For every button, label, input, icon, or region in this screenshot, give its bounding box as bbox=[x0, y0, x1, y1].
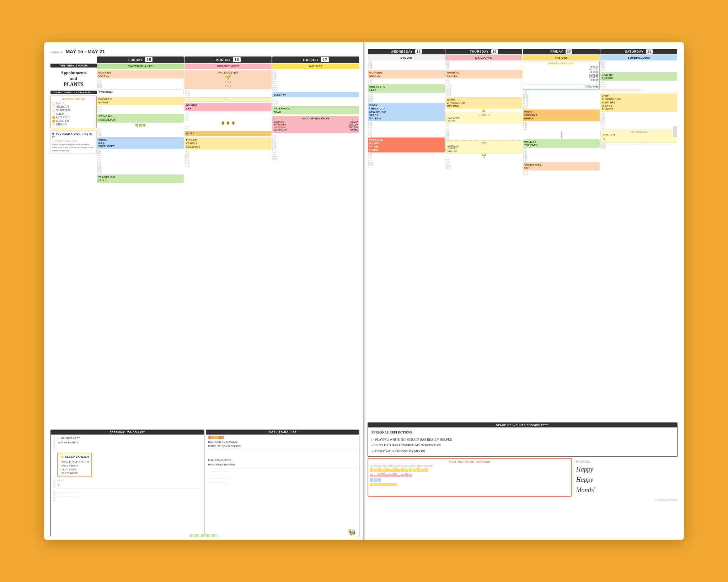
mt-cell bbox=[405, 469, 408, 472]
ws-item-3: $ 15.00 bbox=[524, 71, 598, 73]
fri-order: ORDER TAKEOUT bbox=[523, 162, 600, 171]
mt-cell-pink bbox=[374, 475, 377, 477]
mt-grid bbox=[370, 468, 570, 486]
mood-circle bbox=[52, 123, 55, 126]
mood-calm: CALM bbox=[52, 112, 95, 115]
bee-deco: 🐝 bbox=[348, 528, 356, 536]
days-content-left: THIS WEEK'S FOCUS AppointmentsandPLANTS … bbox=[50, 64, 359, 428]
bottom-right-section: SPACE OF INFINITE POSSIBILITY™ PERSONAL … bbox=[368, 422, 678, 536]
monday-time4: 7:007:308:008:309:009:3010:0010:30 bbox=[184, 151, 271, 168]
mt-cell bbox=[413, 469, 416, 472]
todo-dentist: DENTIST APPT. bbox=[57, 436, 80, 440]
mt-cell-blue bbox=[378, 478, 381, 482]
focus-content: AppointmentsandPLANTS bbox=[50, 69, 97, 89]
mood-tracker-section: MONTHLY MOOD TRACKER 1234567891011121314… bbox=[368, 458, 678, 497]
ws-total: TOTAL $622 bbox=[524, 85, 598, 88]
tuesday-sleepin: SLEEP IN bbox=[272, 92, 359, 97]
personal-todo-box: PERSONAL TO-DO LIST TOP PRIORITY DENTIST… bbox=[50, 430, 204, 536]
orange-squares bbox=[208, 436, 357, 439]
thu-time2: 9:009:3010:0010:3011:0011:3012:0012:30 bbox=[445, 79, 522, 96]
right-days-content: STUDIO 6:006:307:007:30 MORNINGCOFFEE 9:… bbox=[368, 55, 678, 421]
work-todo-respond: RESPOND TO E-MAILS bbox=[208, 440, 357, 444]
star-deco: ★ bbox=[57, 483, 92, 488]
thu-note-nail: ⭐ NOTE ⭐ NAIL APPT@ 2PM bbox=[445, 113, 522, 123]
work-todo-corr: CORR. W/ COMMISSIONS bbox=[208, 444, 357, 448]
tuesday-top-event: DAY OFF bbox=[272, 64, 359, 69]
sat-snacks: PICK-UPSNACKS bbox=[600, 72, 677, 81]
tuesday-col: DAY OFF 6:006:307:007:308:008:309:009:30… bbox=[272, 64, 359, 428]
overall-label: OVERALL: bbox=[576, 459, 676, 464]
wed-time5: 8:008:309:009:3010:0010:30 bbox=[368, 153, 445, 166]
sunday-header: SUNDAY 15 bbox=[97, 56, 184, 63]
balance-savings: SAVINGS $5,000 bbox=[274, 120, 358, 123]
sunday-personal: PERSONAL bbox=[97, 89, 184, 95]
balance-title: ACCOUNT BALANCES bbox=[274, 117, 358, 120]
overall-text: HappyHappyMonth! bbox=[576, 464, 676, 495]
mt-cell bbox=[401, 468, 405, 472]
thu-note-garden: NOTE SWING BYGARDENCENTER bbox=[445, 140, 522, 153]
fri-pipe: | bbox=[523, 130, 600, 139]
mt-cell-pink bbox=[378, 473, 381, 477]
ws-item-6: $ 35.00 bbox=[524, 79, 598, 81]
errands-label: ERRANDS bbox=[53, 489, 56, 501]
mt-cell bbox=[385, 468, 389, 472]
washi-tape bbox=[189, 534, 218, 537]
planner-spread: WEEK 20 MAY 15 - MAY 21 SUNDAY 15 MONDAY… bbox=[44, 42, 684, 540]
mood-circle-filled bbox=[52, 120, 55, 123]
sat-note-tracker: NOTE TRACKER 10:50 ○ 7:00 ○ bbox=[600, 130, 677, 143]
mt-cell bbox=[424, 468, 428, 472]
work-todo-mail: MAIL ENVELOPES bbox=[208, 458, 357, 462]
wed-run: RUN AT THELAKE bbox=[368, 84, 445, 93]
reflections-title: PERSONAL REFLECTIONS: bbox=[371, 431, 413, 434]
account-balances-card: ACCOUNT BALANCES SAVINGS $5,000 EXPENSES… bbox=[272, 116, 359, 133]
friday-header: FRIDAY 20 bbox=[523, 49, 600, 54]
monday-work: WORK bbox=[184, 131, 271, 136]
tuesday-time2: 11:3012:0012:30 bbox=[272, 98, 359, 105]
thursday-nail: NAIL APPT. bbox=[445, 55, 522, 60]
wed-work: WORKCHECK OUTNEW STUDIOSPACEW/ TEAM bbox=[368, 103, 445, 121]
thu-morning-coffee: MORNINGCOFFEE bbox=[445, 70, 522, 79]
mood-proud: PROUD bbox=[52, 123, 95, 126]
mt-row-3 bbox=[370, 478, 570, 482]
wed-time1: 6:006:307:007:30 bbox=[368, 61, 445, 69]
balance-investing: INVESTING $35,250 bbox=[274, 126, 358, 129]
reflections-content: PERSONAL REFLECTIONS: ( - PLAYING WHITE … bbox=[368, 427, 677, 456]
tuesday-header: TUESDAY 17 bbox=[272, 56, 359, 63]
space-header: SPACE OF INFINITE POSSIBILITY™ bbox=[368, 423, 677, 427]
weekly-mood-box: WEEKLY MOOD CHILL ANXIOUS WORRIED CALM H… bbox=[50, 96, 97, 128]
mt-cell-pink bbox=[397, 475, 401, 477]
friday-payday: PAY DAY bbox=[523, 55, 600, 60]
thursday-header: THURSDAY 19 bbox=[445, 49, 522, 54]
fri-walk: WALK ATTHE PARK bbox=[523, 139, 600, 148]
mt-cell-blue bbox=[370, 478, 373, 482]
mt-cell bbox=[370, 468, 373, 472]
mt-cell-pink bbox=[370, 474, 373, 477]
priority-label: PRIORITY bbox=[53, 451, 56, 488]
monday-plant-deco: 🌻 🌻 🌻 bbox=[184, 121, 271, 125]
quote-box: IF YOU NEED A SIGN, THIS IS IT. — PASSIO… bbox=[50, 130, 97, 154]
sq5 bbox=[221, 436, 224, 439]
monday-time1: 11:0011:3012:00 bbox=[184, 90, 271, 97]
mt-cell-pink bbox=[389, 474, 393, 477]
mt-row-4 bbox=[370, 483, 570, 486]
wednesday-header: WEDNESDAY 18 bbox=[368, 49, 445, 54]
friday-col: PAY DAY WEEKLY SPENDING $ 65.00 $ 210.00… bbox=[523, 55, 600, 421]
mt-cell-y2 bbox=[385, 483, 389, 486]
good-things-label: GOOD THINGS THAT HAPPENED bbox=[50, 91, 97, 94]
sunday-work: WORKMAILENVELOPES bbox=[97, 137, 184, 149]
ws-item-1: $ 65.00 bbox=[524, 65, 598, 68]
mt-cell bbox=[417, 468, 420, 472]
focus-label: THIS WEEK'S FOCUS bbox=[50, 64, 97, 68]
left-sidebar: THIS WEEK'S FOCUS AppointmentsandPLANTS … bbox=[50, 64, 97, 428]
bottom-section-left: PERSONAL TO-DO LIST TOP PRIORITY DENTIST… bbox=[50, 430, 359, 536]
sat-time3: 3:304:004:305:005:306:006:307:00 bbox=[600, 113, 677, 130]
sat-time1: 6:006:307:007:308:00 bbox=[600, 61, 677, 71]
time-filler4: 5:306:006:307:007:308:008:309:009:3010:0… bbox=[97, 150, 184, 173]
mood-circle bbox=[52, 109, 55, 112]
left-page: WEEK 20 MAY 15 - MAY 21 SUNDAY 15 MONDAY… bbox=[44, 42, 364, 540]
monday-time2: 1:001:302:002:30 bbox=[184, 112, 271, 121]
monday-time3: 4:004:30 bbox=[184, 125, 271, 130]
mood-circle-filled bbox=[52, 116, 55, 119]
wed-time3: 11:0011:3012:0012:30 bbox=[368, 93, 445, 102]
sat-superbloom: VISITSUPERBLOOMFLOWERS@ LAKEELSINGE bbox=[600, 93, 677, 112]
